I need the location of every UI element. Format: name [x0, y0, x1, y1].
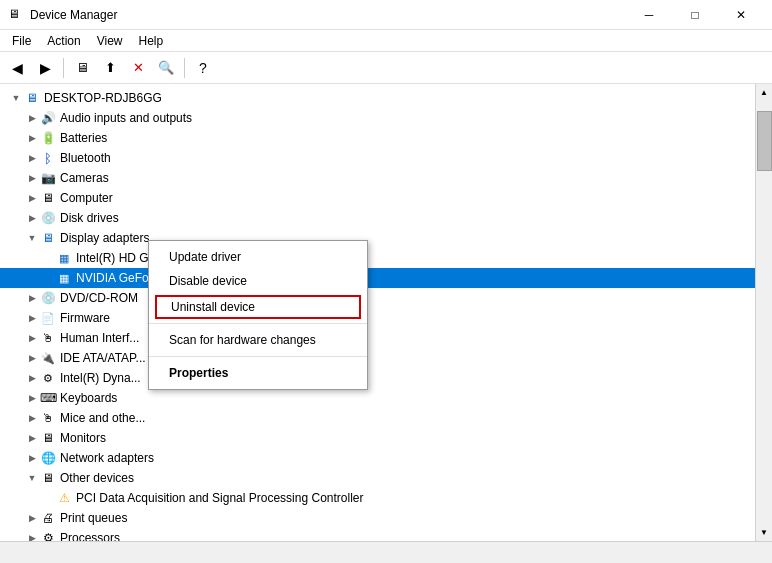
tree-item-inteldyna[interactable]: ▶ ⚙ Intel(R) Dyna...	[0, 368, 755, 388]
tree-item-humaninterf[interactable]: ▶ 🖱 Human Interf...	[0, 328, 755, 348]
miceother-icon: 🖱	[40, 410, 56, 426]
inteldyna-expand-icon: ▶	[24, 370, 40, 386]
ctx-uninstall-device[interactable]: Uninstall device	[155, 295, 361, 319]
tree-item-nvidia[interactable]: ▦ NVIDIA GeForce 940M	[0, 268, 755, 288]
tree-item-audio[interactable]: ▶ 🔊 Audio inputs and outputs	[0, 108, 755, 128]
title-bar-text: Device Manager	[30, 8, 626, 22]
dvd-icon: 💿	[40, 290, 56, 306]
audio-label: Audio inputs and outputs	[60, 111, 192, 125]
root-label: DESKTOP-RDJB6GG	[44, 91, 162, 105]
intel-icon: ▦	[56, 250, 72, 266]
printqueues-label: Print queues	[60, 511, 127, 525]
firmware-icon: 📄	[40, 310, 56, 326]
toolbar-separator-2	[184, 58, 185, 78]
tree-root[interactable]: ▼ 🖥 DESKTOP-RDJB6GG	[0, 88, 755, 108]
tree-item-pcidata[interactable]: ⚠ PCI Data Acquisition and Signal Proces…	[0, 488, 755, 508]
toolbar-help[interactable]: ?	[190, 56, 216, 80]
tree-item-miceother[interactable]: ▶ 🖱 Mice and othe...	[0, 408, 755, 428]
humaninterf-label: Human Interf...	[60, 331, 139, 345]
ctx-properties[interactable]: Properties	[149, 361, 367, 385]
tree-panel[interactable]: ▼ 🖥 DESKTOP-RDJB6GG ▶ 🔊 Audio inputs and…	[0, 84, 755, 541]
ctx-disable-device[interactable]: Disable device	[149, 269, 367, 293]
computer-label: Computer	[60, 191, 113, 205]
menu-view[interactable]: View	[89, 32, 131, 50]
tree-item-keyboards[interactable]: ▶ ⌨ Keyboards	[0, 388, 755, 408]
ctx-divider-1	[149, 323, 367, 324]
cameras-label: Cameras	[60, 171, 109, 185]
minimize-button[interactable]: ─	[626, 0, 672, 30]
scroll-thumb[interactable]	[757, 111, 772, 171]
toolbar-scan-hardware[interactable]: 🔍	[153, 56, 179, 80]
app-icon: 🖥	[8, 7, 24, 23]
pcidata-label: PCI Data Acquisition and Signal Processi…	[76, 491, 363, 505]
dvd-label: DVD/CD-ROM	[60, 291, 138, 305]
tree-item-computer[interactable]: ▶ 🖥 Computer	[0, 188, 755, 208]
tree-item-dvd[interactable]: ▶ 💿 DVD/CD-ROM	[0, 288, 755, 308]
tree-item-network[interactable]: ▶ 🌐 Network adapters	[0, 448, 755, 468]
keyboards-icon: ⌨	[40, 390, 56, 406]
processors-expand-icon: ▶	[24, 530, 40, 541]
tree-item-cameras[interactable]: ▶ 📷 Cameras	[0, 168, 755, 188]
tree-item-otherdevices[interactable]: ▼ 🖥 Other devices	[0, 468, 755, 488]
menu-help[interactable]: Help	[131, 32, 172, 50]
otherdevices-icon: 🖥	[40, 470, 56, 486]
menu-file[interactable]: File	[4, 32, 39, 50]
title-bar-controls: ─ □ ✕	[626, 0, 764, 30]
displayadapters-expand-icon: ▼	[24, 230, 40, 246]
toolbar-back[interactable]: ◀	[4, 56, 30, 80]
menu-action[interactable]: Action	[39, 32, 88, 50]
tree-item-displayadapters[interactable]: ▼ 🖥 Display adapters	[0, 228, 755, 248]
batteries-label: Batteries	[60, 131, 107, 145]
nvidia-icon: ▦	[56, 270, 72, 286]
intel-expand-icon	[40, 250, 56, 266]
monitors-label: Monitors	[60, 431, 106, 445]
audio-icon: 🔊	[40, 110, 56, 126]
tree-item-ideata[interactable]: ▶ 🔌 IDE ATA/ATAP...	[0, 348, 755, 368]
bluetooth-expand-icon: ▶	[24, 150, 40, 166]
ctx-scan-hardware[interactable]: Scan for hardware changes	[149, 328, 367, 352]
batteries-expand-icon: ▶	[24, 130, 40, 146]
toolbar: ◀ ▶ 🖥 ⬆ ✕ 🔍 ?	[0, 52, 772, 84]
tree-item-bluetooth[interactable]: ▶ ᛒ Bluetooth	[0, 148, 755, 168]
diskdrives-label: Disk drives	[60, 211, 119, 225]
ideata-expand-icon: ▶	[24, 350, 40, 366]
ctx-divider-2	[149, 356, 367, 357]
inteldyna-icon: ⚙	[40, 370, 56, 386]
scroll-down-button[interactable]: ▼	[756, 524, 773, 541]
menu-bar: File Action View Help	[0, 30, 772, 52]
humaninterf-icon: 🖱	[40, 330, 56, 346]
scroll-track[interactable]	[756, 101, 773, 524]
main-content: ▼ 🖥 DESKTOP-RDJB6GG ▶ 🔊 Audio inputs and…	[0, 84, 772, 541]
displayadapters-icon: 🖥	[40, 230, 56, 246]
firmware-label: Firmware	[60, 311, 110, 325]
scrollbar[interactable]: ▲ ▼	[755, 84, 772, 541]
tree-item-diskdrives[interactable]: ▶ 💿 Disk drives	[0, 208, 755, 228]
firmware-expand-icon: ▶	[24, 310, 40, 326]
network-label: Network adapters	[60, 451, 154, 465]
tree-item-processors[interactable]: ▶ ⚙ Processors	[0, 528, 755, 541]
processors-label: Processors	[60, 531, 120, 541]
close-button[interactable]: ✕	[718, 0, 764, 30]
toolbar-properties[interactable]: 🖥	[69, 56, 95, 80]
toolbar-uninstall[interactable]: ✕	[125, 56, 151, 80]
tree-item-intel-graphics[interactable]: ▦ Intel(R) HD Graphics 520	[0, 248, 755, 268]
tree-item-firmware[interactable]: ▶ 📄 Firmware	[0, 308, 755, 328]
miceother-expand-icon: ▶	[24, 410, 40, 426]
tree-item-batteries[interactable]: ▶ 🔋 Batteries	[0, 128, 755, 148]
scroll-up-button[interactable]: ▲	[756, 84, 773, 101]
toolbar-update-driver[interactable]: ⬆	[97, 56, 123, 80]
tree-item-printqueues[interactable]: ▶ 🖨 Print queues	[0, 508, 755, 528]
root-icon: 🖥	[24, 90, 40, 106]
monitors-icon: 🖥	[40, 430, 56, 446]
toolbar-forward[interactable]: ▶	[32, 56, 58, 80]
computer-expand-icon: ▶	[24, 190, 40, 206]
tree-item-monitors[interactable]: ▶ 🖥 Monitors	[0, 428, 755, 448]
toolbar-separator-1	[63, 58, 64, 78]
printqueues-expand-icon: ▶	[24, 510, 40, 526]
ctx-update-driver[interactable]: Update driver	[149, 245, 367, 269]
bluetooth-icon: ᛒ	[40, 150, 56, 166]
maximize-button[interactable]: □	[672, 0, 718, 30]
title-bar: 🖥 Device Manager ─ □ ✕	[0, 0, 772, 30]
otherdevices-label: Other devices	[60, 471, 134, 485]
cameras-expand-icon: ▶	[24, 170, 40, 186]
